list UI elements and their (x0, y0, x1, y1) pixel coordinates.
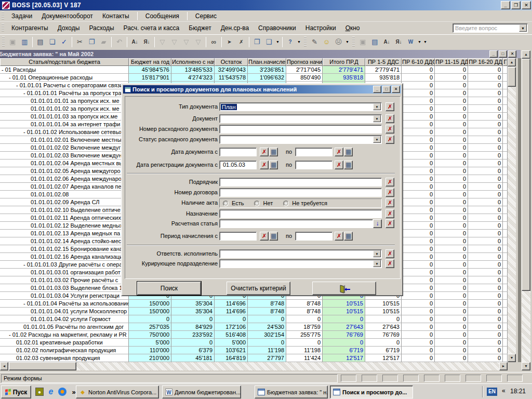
article-cell[interactable]: 01.01.01.02.03 Включение междун (0, 152, 129, 159)
article-cell[interactable]: - 01.01.01.02 Использование сетевых (0, 128, 129, 136)
column-header[interactable]: Итого ПР.Д (323, 58, 365, 66)
value-cell[interactable]: 0 (435, 159, 468, 167)
value-cell[interactable]: 24'530 (248, 323, 286, 331)
value-cell[interactable]: 0 (435, 331, 468, 339)
window-copy-button[interactable]: ❐ (251, 36, 263, 48)
value-cell[interactable]: 0 (435, 97, 468, 105)
task-button-4[interactable]: Поиск и просмотр до... (330, 385, 413, 398)
calendar-button[interactable]: ▦ (269, 148, 278, 156)
article-cell[interactable]: 01.01.01.02.12 Выделение медных (0, 222, 129, 230)
column-header[interactable]: ПР 11-15 ДД (435, 58, 468, 66)
value-cell[interactable]: 0 (402, 354, 435, 362)
value-cell[interactable]: 0 (468, 206, 503, 214)
pin-button[interactable]: ✎ (309, 36, 321, 48)
value-cell[interactable]: 0 (171, 339, 215, 347)
value-cell[interactable]: 0 (402, 183, 435, 191)
clear-filter-button[interactable]: ✗ (385, 219, 394, 228)
value-cell[interactable]: 0 (402, 276, 435, 284)
article-cell[interactable]: 01.01.01.04.02 услуги Гормост (0, 315, 129, 323)
cancel-find-button[interactable]: ✗ (235, 36, 247, 48)
start-button[interactable]: Пуск (1, 385, 31, 398)
value-cell[interactable]: 0 (468, 74, 503, 82)
clear-criteria-button[interactable]: Очистить критерий (227, 282, 290, 295)
scroll-right-button[interactable]: ► (499, 362, 508, 370)
value-cell[interactable]: 11'198 (248, 347, 286, 354)
table-row[interactable]: 01.02.01 креативные разработки5'00005'00… (0, 339, 508, 347)
value-cell[interactable]: 0 (468, 183, 503, 191)
article-cell[interactable]: 01.01.01.04.01 услуги Москоллектор (0, 308, 129, 315)
doc-date-from-input[interactable] (219, 148, 257, 156)
value-cell[interactable]: 0 (402, 284, 435, 292)
value-cell[interactable]: 0 (402, 97, 435, 105)
menu-item-окно[interactable]: Окно (341, 23, 365, 33)
value-cell[interactable]: 103'621 (215, 347, 248, 354)
value-cell[interactable]: 0 (248, 339, 286, 347)
value-cell[interactable]: 8'748 (248, 308, 286, 315)
document-combo[interactable]: ▼ (219, 114, 382, 123)
value-cell[interactable]: 0 (468, 167, 503, 175)
value-cell[interactable]: 13'485'533 (171, 66, 215, 74)
value-cell[interactable]: 35'304 (171, 300, 215, 308)
sort-desc2-button[interactable]: Я↓ (393, 36, 405, 48)
value-cell[interactable]: 5'000 (129, 339, 171, 347)
value-cell[interactable]: 0 (468, 300, 503, 308)
value-cell[interactable]: 0 (435, 354, 468, 362)
value-cell[interactable]: 5'000 (215, 339, 248, 347)
value-cell[interactable]: 0 (286, 339, 323, 347)
expense-number-input[interactable] (219, 125, 382, 134)
value-cell[interactable]: 0 (248, 315, 286, 323)
value-cell[interactable]: 10'515 (323, 308, 365, 315)
value-cell[interactable]: 0 (468, 237, 503, 245)
value-cell[interactable]: 0 (468, 245, 503, 253)
value-cell[interactable]: 0 (435, 74, 468, 82)
value-cell[interactable]: 0 (402, 128, 435, 136)
value-cell[interactable]: 2'717'045 (286, 66, 323, 74)
value-cell[interactable]: 935'818 (323, 74, 365, 82)
value-cell[interactable]: 0 (435, 214, 468, 222)
value-cell[interactable]: 150'000 (129, 300, 171, 308)
value-cell[interactable]: 0 (435, 339, 468, 347)
cut-button[interactable]: ✂ (74, 36, 86, 48)
value-cell[interactable]: 0 (468, 308, 503, 315)
value-cell[interactable]: 0 (435, 300, 468, 308)
value-cell[interactable]: 0 (435, 105, 468, 113)
value-cell[interactable]: 45'181 (171, 354, 215, 362)
value-cell[interactable]: 0 (468, 198, 503, 206)
window-vscroll-thumb[interactable] (522, 59, 530, 291)
task-button-3[interactable]: Бюджетная заявка: " н... (255, 385, 328, 398)
value-cell[interactable]: 45'984'576 (129, 66, 171, 74)
value-cell[interactable]: 10'515 (365, 308, 402, 315)
value-cell[interactable]: 0 (435, 253, 468, 261)
purpose-input[interactable] (219, 209, 382, 218)
calendar-button[interactable]: ▦ (344, 232, 353, 241)
value-cell[interactable]: 0 (402, 175, 435, 183)
article-cell[interactable]: 01.01.01.02.10 Выделение оптиче (0, 206, 129, 214)
chevron-down-icon[interactable]: ▼ (422, 36, 428, 48)
article-cell[interactable]: - 01.01.01.01 Расчёты за пропуск тра (0, 89, 129, 97)
task-button-2[interactable]: WДиплом бюджетирован... (162, 385, 241, 398)
value-cell[interactable]: 0 (323, 339, 365, 347)
goto-record-button[interactable]: ➤ (223, 36, 235, 48)
calendar-button[interactable]: ▦ (344, 161, 353, 169)
value-cell[interactable]: 27'643 (365, 323, 402, 331)
table-row[interactable]: 01.02.02 полиграфическая продукция110'00… (0, 347, 508, 354)
article-cell[interactable]: 01.01.01.01.01 за пропуск исх. ме (0, 97, 129, 105)
clear-filter-button[interactable]: ✗ (260, 148, 269, 156)
value-cell[interactable]: 0 (468, 261, 503, 269)
article-cell[interactable]: - 01.02 Расходы на маркетинг, рекламу и … (0, 331, 129, 339)
value-cell[interactable]: 1'096'632 (248, 74, 286, 82)
menu-item-настройки[interactable]: Настройки (301, 23, 341, 33)
value-cell[interactable]: 0 (435, 276, 468, 284)
maximize-button[interactable]: □ (499, 50, 507, 58)
article-cell[interactable]: 01.01.01.03.03 Выделение блока 1 (0, 284, 129, 292)
menubar-grip[interactable] (2, 24, 4, 33)
article-cell[interactable]: 01.01.01.02.05 Аренда междугоро (0, 167, 129, 175)
value-cell[interactable]: 35'304 (171, 308, 215, 315)
table-row[interactable]: - 01.01.01.04 Расчёты за использование15… (0, 300, 508, 308)
table-row[interactable]: - 01 Расходы45'984'57613'485'53332'499'0… (0, 66, 508, 74)
clear-filter-button[interactable]: ✗ (385, 102, 394, 111)
column-header[interactable]: Исполнено с нач (171, 58, 215, 66)
value-cell[interactable]: 0 (468, 66, 503, 74)
value-cell[interactable]: 0 (468, 292, 503, 300)
value-cell[interactable]: 0 (468, 323, 503, 331)
